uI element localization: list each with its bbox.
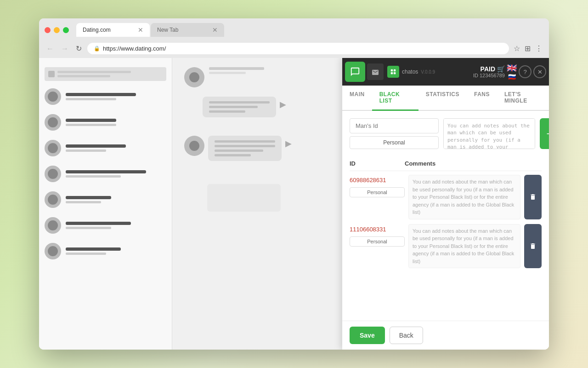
- user-info: [66, 119, 166, 126]
- search-line-1: [57, 71, 131, 73]
- list-item: [45, 138, 166, 158]
- blacklist-row-2: 11106608331 Personal You can add notes a…: [350, 224, 542, 269]
- personal-badge-1[interactable]: Personal: [350, 187, 405, 197]
- user-id: ID 123456789: [473, 73, 505, 78]
- user-info: [66, 93, 166, 100]
- bubble-line: [215, 145, 275, 147]
- chat-bubble-row-1: ▶: [203, 97, 286, 117]
- bubble-lines-2: [215, 140, 275, 156]
- delete-button-2[interactable]: [524, 224, 542, 269]
- tab-newtab[interactable]: New Tab ✕: [151, 23, 224, 37]
- user-name-line: [66, 170, 146, 173]
- avatar: [45, 243, 61, 259]
- list-item: [45, 112, 166, 132]
- add-man-form: Personal You can add notes about the man…: [350, 118, 542, 149]
- bubble-line: [209, 106, 258, 108]
- menu-button[interactable]: ⋮: [534, 43, 543, 54]
- brand-version: V.0.0.9: [421, 69, 435, 75]
- row-left-2: 11106608331 Personal: [350, 224, 405, 269]
- list-item: [45, 164, 166, 184]
- chat-bubble-1: [203, 97, 276, 117]
- maximize-traffic-light[interactable]: [63, 27, 69, 33]
- form-left: Personal: [350, 118, 439, 149]
- tab-newtab-close[interactable]: ✕: [212, 26, 218, 34]
- address-bar[interactable]: 🔒 https://www.dating.com/: [87, 43, 509, 54]
- bookmark-button[interactable]: ☆: [513, 43, 521, 54]
- list-item: [45, 241, 166, 261]
- sidebar-search: [45, 67, 166, 81]
- browser-controls: Dating.com ✕ New Tab ✕: [45, 23, 543, 37]
- reload-button[interactable]: ↻: [74, 43, 84, 54]
- user-name-line: [66, 196, 111, 199]
- svg-rect-3: [394, 72, 396, 74]
- tab-newtab-label: New Tab: [157, 27, 178, 33]
- plugin-nav: MAIN BLACK LIST STATISTICS FANS LET'S MI…: [342, 86, 549, 111]
- brand-section: chatos V.0.0.9: [387, 66, 435, 78]
- tab-letsmingle[interactable]: LET'S MINGLE: [497, 86, 549, 111]
- sidebar-panel: [39, 58, 172, 350]
- close-traffic-light[interactable]: [45, 27, 51, 33]
- plugin-body: Personal You can add notes about the man…: [342, 111, 549, 321]
- blacklist-table-header: ID Comments: [350, 156, 542, 171]
- back-button-plugin[interactable]: Back: [390, 327, 423, 344]
- svg-rect-0: [391, 69, 393, 71]
- user-info: [66, 247, 166, 255]
- page-content: ▶ ▶: [39, 58, 549, 350]
- browser-chrome: Dating.com ✕ New Tab ✕ ← → ↻ 🔒 https://w…: [39, 18, 549, 58]
- help-button[interactable]: ?: [519, 65, 531, 78]
- paid-badge: PAID 🛒: [481, 65, 505, 73]
- col-id-header: ID: [350, 160, 405, 167]
- extensions-button[interactable]: ⊞: [524, 43, 531, 54]
- row-left-1: 60988628631 Personal: [350, 175, 405, 219]
- avatar: [45, 140, 61, 156]
- brand-name: chatos: [402, 69, 418, 75]
- notes-input[interactable]: You can add notes about the man which ca…: [443, 118, 535, 149]
- tab-blacklist[interactable]: BLACK LIST: [372, 86, 418, 111]
- list-item: [45, 215, 166, 236]
- close-plugin-button[interactable]: ✕: [533, 65, 546, 78]
- chat-header-lines: [209, 67, 264, 74]
- chat-group-1: [184, 67, 264, 87]
- delete-button-1[interactable]: [524, 175, 542, 219]
- user-detail-line: [66, 98, 116, 100]
- man-id-input[interactable]: [350, 118, 439, 133]
- user-detail-line: [66, 175, 121, 178]
- flag-uk[interactable]: 🇬🇧🇷🇺: [507, 63, 517, 80]
- tab-dating-close[interactable]: ✕: [138, 26, 143, 34]
- personal-badge-2[interactable]: Personal: [350, 236, 405, 247]
- traffic-lights: [45, 27, 69, 33]
- tab-statistics[interactable]: STATISTICS: [418, 86, 467, 111]
- minimize-traffic-light[interactable]: [54, 27, 60, 33]
- user-detail-line: [66, 227, 111, 229]
- bubble-line: [215, 154, 251, 156]
- user-detail-line: [66, 150, 106, 152]
- save-button[interactable]: Save: [350, 327, 385, 344]
- tab-dating[interactable]: Dating.com ✕: [76, 23, 150, 37]
- list-item: [45, 86, 166, 107]
- chat-plugin-icon: [345, 62, 365, 82]
- header-line-1: [209, 67, 264, 70]
- user-name-line: [66, 247, 121, 251]
- chat-input-area: [207, 184, 281, 212]
- user-detail-line: [66, 201, 101, 203]
- tab-fans[interactable]: FANS: [467, 86, 497, 111]
- plugin-footer: Save Back: [342, 321, 549, 350]
- mail-plugin-icon[interactable]: [367, 63, 384, 80]
- forward-button[interactable]: →: [59, 44, 70, 54]
- bubble-line: [215, 150, 263, 152]
- avatar: [45, 191, 61, 208]
- blacklist-notes-2: You can add notes about the man which ca…: [408, 224, 520, 269]
- add-blacklist-button[interactable]: +: [540, 118, 549, 149]
- user-name-line: [66, 93, 136, 96]
- back-button[interactable]: ←: [45, 44, 56, 54]
- paid-section: PAID 🛒 ID 123456789: [473, 65, 505, 78]
- personal-type-button[interactable]: Personal: [350, 136, 439, 149]
- user-detail-line: [66, 124, 116, 126]
- search-line-2: [57, 75, 110, 77]
- chat-avatar-2: [184, 136, 204, 156]
- chat-arrow-icon: ▶: [280, 99, 286, 109]
- bubble-line: [209, 101, 270, 104]
- tab-main[interactable]: MAIN: [342, 86, 372, 111]
- user-info: [66, 196, 166, 203]
- avatar: [45, 166, 61, 182]
